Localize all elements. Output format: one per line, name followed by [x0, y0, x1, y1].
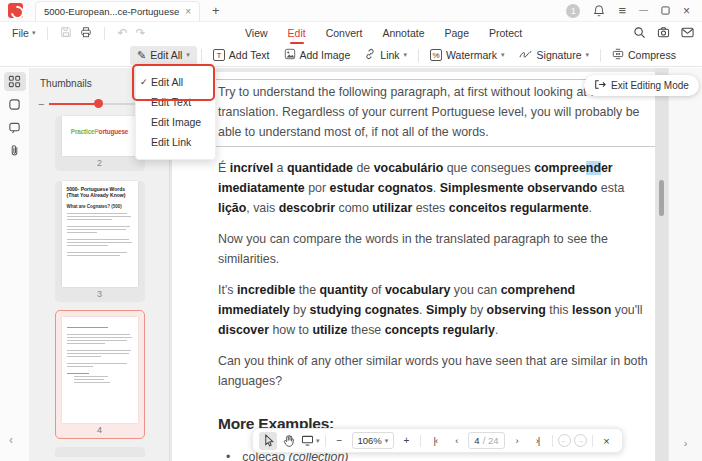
save-icon[interactable]	[60, 26, 72, 40]
paragraph-english-translation[interactable]: It's incredible the quantity of vocabula…	[218, 280, 648, 340]
thumbnail-page-5-partial[interactable]	[55, 447, 145, 457]
image-icon	[284, 48, 296, 62]
watermark-icon: %	[430, 49, 442, 61]
add-text-button[interactable]: T Add Text	[206, 46, 277, 64]
dropdown-item-edit-link[interactable]: Edit Link	[136, 132, 215, 152]
chevron-down-icon: ▾	[316, 437, 320, 445]
vertical-scrollbar[interactable]	[655, 68, 668, 461]
chevron-down-icon: ▾	[501, 51, 505, 59]
menu-protect[interactable]: Protect	[489, 27, 522, 39]
hand-pan-tool[interactable]	[280, 432, 298, 450]
thumbnail-page-2[interactable]: PracticePortuguese 2	[55, 116, 145, 171]
tab-title: 5000-European...ce-Portuguese	[44, 6, 179, 17]
slider-knob[interactable]	[94, 99, 103, 108]
undo-icon[interactable]: ↶	[117, 26, 127, 40]
maximize-button[interactable]	[661, 6, 670, 15]
compress-button[interactable]: Compress	[605, 45, 683, 65]
screenshot-camera-icon[interactable]	[657, 26, 670, 41]
tab-close-icon[interactable]: ×	[185, 6, 191, 17]
file-menu[interactable]: File▾	[12, 27, 35, 39]
divider	[104, 27, 105, 40]
link-dropdown-button[interactable]: Link ▾	[357, 45, 414, 65]
divider	[592, 435, 593, 447]
mini-page-subtitle: What are Cognates? (500)	[62, 201, 138, 211]
exit-icon	[594, 79, 606, 92]
dropdown-item-edit-image[interactable]: Edit Image	[136, 112, 215, 132]
menu-annotate[interactable]: Annotate	[382, 27, 424, 39]
next-view-button[interactable]: →	[574, 434, 587, 447]
minimize-button[interactable]: —	[639, 6, 648, 15]
presentation-mode-button[interactable]: ▾	[301, 432, 320, 450]
document-tab[interactable]: 5000-European...ce-Portuguese ×	[35, 1, 200, 21]
paragraph-portuguese[interactable]: É incrível a quantidade de vocabulário q…	[218, 158, 648, 218]
minus-icon[interactable]: −	[38, 98, 44, 110]
exit-editing-mode-button[interactable]: Exit Editing Mode	[584, 75, 699, 96]
notification-badge[interactable]: 1	[566, 4, 580, 18]
first-page-button[interactable]: |‹	[426, 432, 444, 450]
zoom-out-button[interactable]: −	[331, 432, 349, 450]
edit-toolbar: ✎ Edit All ▾ T Add Text Add Image Link ▾	[0, 44, 702, 67]
divider	[420, 435, 421, 447]
close-toolbar-button[interactable]: ×	[598, 432, 616, 450]
search-icon[interactable]	[633, 26, 646, 41]
print-icon[interactable]	[80, 26, 92, 40]
divider	[418, 49, 419, 62]
collapse-panel-icon[interactable]: ‹	[9, 433, 13, 447]
next-page-button[interactable]: ›	[508, 432, 526, 450]
thumbnail-page-3[interactable]: 5000- Portuguese Words (That You Already…	[55, 181, 145, 302]
chevron-down-icon: ▾	[32, 29, 36, 37]
mini-brand-logo: PracticePortuguese	[62, 128, 138, 135]
redo-icon[interactable]: ↷	[136, 26, 146, 40]
thumbnails-panel-icon[interactable]	[4, 72, 26, 91]
mini-page-title: 5000- Portuguese Words (That You Already…	[62, 181, 138, 201]
menu-view[interactable]: View	[245, 27, 268, 39]
signature-icon	[519, 49, 533, 62]
edit-all-dropdown-menu: ✓ Edit All Edit Text Edit Image Edit Lin…	[135, 64, 216, 160]
menu-page[interactable]: Page	[444, 27, 469, 39]
chevron-down-icon: ▾	[186, 51, 190, 59]
last-page-button[interactable]: ›|	[529, 432, 547, 450]
checkmark-icon: ✓	[140, 72, 148, 92]
chevron-down-icon: ▾	[404, 51, 408, 59]
divider	[552, 435, 553, 447]
signature-dropdown-button[interactable]: Signature ▾	[512, 46, 596, 65]
attachments-panel-icon[interactable]	[4, 141, 26, 160]
close-button[interactable]: ×	[683, 5, 690, 17]
divider	[201, 49, 202, 62]
comments-panel-icon[interactable]	[4, 118, 26, 137]
mail-icon[interactable]	[681, 27, 694, 40]
dropdown-item-edit-all[interactable]: ✓ Edit All	[136, 72, 215, 92]
previous-view-button[interactable]: ←	[558, 434, 571, 447]
bell-icon[interactable]	[593, 4, 605, 17]
chevron-down-icon: ▾	[385, 437, 389, 445]
pdf-editor-window: 5000-European...ce-Portuguese × + 1 ≡ — …	[0, 0, 702, 461]
zoom-level-select[interactable]: 106% ▾	[352, 432, 395, 449]
watermark-dropdown-button[interactable]: % Watermark ▾	[423, 46, 511, 64]
previous-page-button[interactable]: ‹	[447, 432, 465, 450]
divider	[47, 27, 48, 40]
menu-convert[interactable]: Convert	[326, 27, 363, 39]
add-image-button[interactable]: Add Image	[277, 45, 358, 65]
paragraph-compare[interactable]: Now you can compare the words in the tra…	[218, 229, 648, 269]
thumbnail-page-4-selected[interactable]: 4	[55, 310, 145, 439]
pencil-icon: ✎	[137, 49, 146, 62]
zoom-in-button[interactable]: +	[397, 432, 415, 450]
expand-panel-icon[interactable]: ›	[669, 437, 702, 449]
hamburger-menu-icon[interactable]: ≡	[618, 4, 626, 17]
text-box-icon: T	[213, 49, 225, 61]
edit-all-dropdown-button[interactable]: ✎ Edit All ▾	[130, 46, 197, 65]
document-area: Try to understand the following paragrap…	[170, 68, 668, 461]
page-number-input[interactable]: 4 / 24	[468, 432, 504, 449]
select-cursor-tool[interactable]	[259, 432, 277, 450]
new-tab-button[interactable]: +	[212, 3, 220, 18]
divider	[325, 435, 326, 447]
scrollbar-thumb[interactable]	[659, 180, 664, 216]
menu-edit[interactable]: Edit	[288, 27, 306, 39]
page-number-label: 4	[56, 425, 144, 438]
bookmarks-panel-icon[interactable]	[4, 95, 26, 114]
paragraph-english-intro[interactable]: Try to understand the following paragrap…	[218, 82, 648, 142]
view-navigation-toolbar: ▾ − 106% ▾ + |‹ ‹ 4 / 24 › ›| ← → ×	[252, 428, 623, 453]
link-icon	[364, 48, 376, 62]
paragraph-question[interactable]: Can you think of any other similar words…	[218, 351, 648, 391]
dropdown-item-edit-text[interactable]: Edit Text	[136, 92, 215, 112]
